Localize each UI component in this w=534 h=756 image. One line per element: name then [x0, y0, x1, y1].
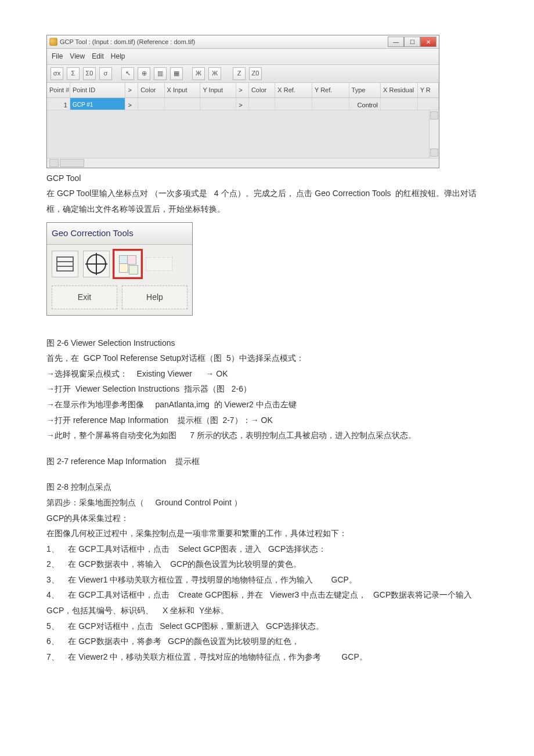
- fig-2-8-caption: 图 2-8 控制点采点: [46, 479, 488, 495]
- toolbar-btn-11[interactable]: Z: [233, 67, 246, 80]
- menu-help[interactable]: Help: [111, 50, 125, 63]
- toolbar: σx Σ Σ0 σ ↖ ⊕ ▥ ▦ Ж Ж Z Z0: [47, 65, 439, 83]
- line-7: →此时，整个屏幕将自动变化为如图 7 所示的状态，表明控制点工具被启动，进入控制…: [46, 428, 488, 443]
- table-row[interactable]: 1 GCP #1 > > Control: [47, 98, 439, 110]
- toolbar-btn-7[interactable]: ▥: [154, 67, 167, 80]
- toolbar-btn-3[interactable]: Σ0: [83, 67, 96, 80]
- col-gt2[interactable]: >: [236, 83, 249, 97]
- line-2: 首先，在 GCP Tool Referense Setup对话框（图 5）中选择…: [46, 350, 488, 366]
- cell-x-input: [165, 98, 201, 110]
- cell-color: [138, 98, 164, 110]
- line-3: →选择视窗采点模式： Existing Viewer → OK: [46, 366, 488, 382]
- cell-y-ref: [312, 98, 349, 110]
- col-point-no[interactable]: Point #: [47, 83, 70, 97]
- menubar: File View Edit Help: [47, 49, 439, 65]
- cell-x-residual: [381, 98, 418, 110]
- geo-btn-resample[interactable]: [114, 251, 141, 277]
- toolbar-btn-6[interactable]: ⊕: [138, 67, 150, 80]
- scroll-up-icon[interactable]: [430, 111, 438, 120]
- step-5: 5、 在 GCP对话框中，点击 Select GCP图标，重新进入 GCP选择状…: [46, 618, 488, 634]
- step-4: 4、 在 GCP工具对话框中，点击 Create GCP图标，并在 Viewer…: [46, 587, 488, 618]
- cell-y-residual: [418, 98, 439, 110]
- toolbar-btn-9[interactable]: Ж: [192, 67, 205, 80]
- close-button[interactable]: ✕: [420, 37, 436, 47]
- fig-2-6-caption: 图 2-6 Viewer Selection Instructions: [46, 335, 488, 351]
- line-4: →打开 Viewer Selection Instructions 指示器（图 …: [46, 381, 488, 397]
- toolbar-btn-2[interactable]: Σ: [67, 67, 80, 80]
- col-point-id[interactable]: Point ID: [70, 83, 125, 97]
- cell-y-input: [200, 98, 236, 110]
- exit-button[interactable]: Exit: [52, 285, 117, 309]
- cell-x-ref: [275, 98, 312, 110]
- line-6: →打开 reference Map Information 提示框（图 2-7）…: [46, 413, 488, 428]
- resample-icon: [119, 255, 136, 273]
- col-y-residual[interactable]: Y R: [418, 83, 439, 97]
- step-3: 3、 在 Viewer1 中移动关联方框位置，寻找明显的地物特征点，作为输入 G…: [46, 572, 488, 588]
- menu-file[interactable]: File: [52, 50, 63, 63]
- scroll-thumb[interactable]: [60, 159, 84, 167]
- horizontal-scrollbar[interactable]: [47, 158, 439, 168]
- cell-point-id: GCP #1: [70, 98, 125, 110]
- table-icon: [56, 256, 74, 272]
- gcp-tool-window: GCP Tool : (Input : dom.tif) (Reference …: [46, 35, 439, 168]
- col-color2[interactable]: Color: [249, 83, 275, 97]
- gcp-proc-intro: 在图像几何校正过程中，采集控制点是一项非常重要和繁重的工作，具体过程如下：: [46, 526, 488, 541]
- menu-view[interactable]: View: [70, 50, 85, 63]
- col-y-ref[interactable]: Y Ref.: [312, 83, 349, 97]
- col-color[interactable]: Color: [138, 83, 164, 97]
- window-title: GCP Tool : (Input : dom.tif) (Reference …: [60, 36, 195, 48]
- fig-2-7-caption: 图 2-7 reference Map Information 提示框: [46, 454, 488, 469]
- step-1: 1、 在 GCP工具对话框中，点击 Select GCP图表，进入 GCP选择状…: [46, 541, 488, 557]
- geo-btn-table[interactable]: [52, 251, 78, 277]
- gcp-proc-title: GCP的具体采集过程：: [46, 511, 488, 526]
- col-x-residual[interactable]: X Residual: [381, 83, 418, 97]
- cell-color2: [249, 98, 275, 110]
- vertical-scrollbar[interactable]: [429, 110, 439, 158]
- geo-btn-target[interactable]: [83, 251, 110, 277]
- minimize-button[interactable]: —: [388, 37, 404, 47]
- table-body-empty: [47, 110, 439, 158]
- step-4-title: 第四步：采集地面控制点（ Ground Control Point ）: [46, 495, 488, 511]
- menu-edit[interactable]: Edit: [92, 50, 104, 63]
- toolbar-btn-8[interactable]: ▦: [170, 67, 183, 80]
- scroll-left-icon[interactable]: [49, 159, 59, 167]
- help-button[interactable]: Help: [122, 285, 187, 309]
- step-7: 7、 在 Viewer2 中，移动关联方框位置，寻找对应的地物特征点，作为参考 …: [46, 649, 488, 665]
- col-x-ref[interactable]: X Ref.: [275, 83, 312, 97]
- col-x-input[interactable]: X Input: [165, 83, 201, 97]
- target-icon: [86, 254, 106, 274]
- toolbar-btn-5[interactable]: ↖: [121, 67, 134, 80]
- col-y-input[interactable]: Y Input: [200, 83, 236, 97]
- cell-point-no: 1: [47, 98, 70, 110]
- step-2: 2、 在 GCP数据表中，将输入 GCP的颜色设置为比较明显的黄色。: [46, 556, 488, 572]
- scroll-down-icon[interactable]: [430, 149, 438, 157]
- col-gt[interactable]: >: [125, 83, 138, 97]
- geo-correction-panel: Geo Correction Tools Exit Help: [46, 222, 193, 315]
- step-6: 6、 在 GCP数据表中，将参考 GCP的颜色设置为比较明显的红色，: [46, 634, 488, 649]
- geo-panel-title: Geo Correction Tools: [47, 223, 192, 245]
- toolbar-btn-12[interactable]: Z0: [249, 67, 262, 80]
- col-type[interactable]: Type: [349, 83, 381, 97]
- label-gcp-tool: GCP Tool: [46, 171, 488, 186]
- toolbar-btn-4[interactable]: σ: [99, 67, 112, 80]
- geo-small-indicator: [146, 257, 172, 271]
- cell-gt2: >: [236, 98, 249, 110]
- line-5: →在显示作为地理参考图像 panAtlanta,img 的 Viewer2 中点…: [46, 397, 488, 413]
- maximize-button[interactable]: ☐: [404, 37, 420, 47]
- cell-type: Control: [349, 98, 381, 110]
- steps-list: 1、 在 GCP工具对话框中，点击 Select GCP图表，进入 GCP选择状…: [46, 541, 488, 665]
- paragraph-1: 在 GCP Tool里输入坐标点对 （一次多项式是 4 个点）。完成之后， 点击…: [46, 186, 488, 216]
- toolbar-btn-10[interactable]: Ж: [208, 67, 221, 80]
- cell-gt: >: [125, 98, 138, 110]
- table-header: Point # Point ID > Color X Input Y Input…: [47, 83, 439, 98]
- window-titlebar: GCP Tool : (Input : dom.tif) (Reference …: [47, 35, 439, 49]
- app-icon: [49, 38, 57, 46]
- toolbar-btn-1[interactable]: σx: [50, 67, 63, 80]
